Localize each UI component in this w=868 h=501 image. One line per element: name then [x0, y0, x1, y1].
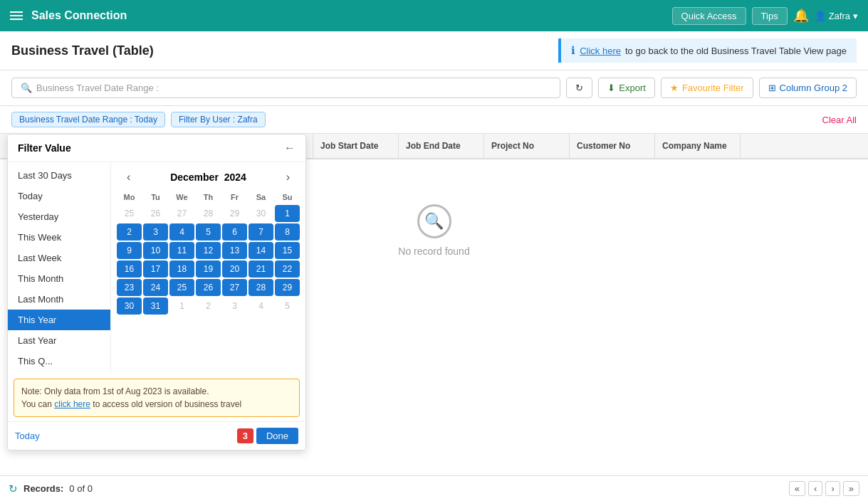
done-button[interactable]: Done [256, 428, 298, 444]
cal-day-5-4[interactable]: 3 [222, 297, 247, 315]
cal-day-0-3[interactable]: 28 [196, 205, 221, 222]
cal-day-5-3[interactable]: 2 [196, 297, 221, 315]
filter-back-button[interactable]: ← [284, 142, 296, 154]
calendar-month-year: December 2024 [170, 172, 246, 183]
last-page-button[interactable]: » [843, 481, 859, 496]
selected-count-badge: 3 [237, 428, 253, 443]
cal-day-3-4[interactable]: 20 [222, 260, 247, 278]
cal-day-1-2[interactable]: 4 [169, 223, 194, 241]
cal-day-4-6[interactable]: 29 [275, 279, 300, 296]
cal-day-1-5[interactable]: 7 [249, 223, 273, 241]
filter-option-last-30-days[interactable]: Last 30 Days [8, 165, 110, 186]
hamburger-menu[interactable] [10, 11, 23, 20]
prev-page-button[interactable]: ‹ [808, 481, 822, 496]
cal-day-1-0[interactable]: 2 [117, 223, 142, 241]
calendar-next-button[interactable]: › [282, 171, 294, 184]
cal-day-5-1[interactable]: 31 [143, 297, 168, 315]
col-job-end-date: Job End Date [399, 134, 484, 158]
cal-day-5-5[interactable]: 4 [249, 297, 273, 315]
calendar-month: December [170, 172, 219, 183]
cal-day-1-1[interactable]: 3 [143, 223, 168, 241]
cal-day-0-5[interactable]: 30 [249, 205, 273, 222]
cal-day-3-6[interactable]: 22 [275, 260, 300, 278]
cal-dow-mo: Mo [117, 191, 142, 204]
filter-chip-user[interactable]: Filter By User : Zafra [171, 112, 266, 127]
cal-day-5-2[interactable]: 1 [169, 297, 194, 315]
search-box[interactable]: 🔍 Business Travel Date Range : [11, 78, 560, 98]
filter-option-last-year[interactable]: Last Year [8, 330, 110, 351]
favourite-filter-button[interactable]: ★ Favourite Filter [661, 78, 753, 98]
cal-day-2-5[interactable]: 14 [249, 242, 273, 259]
clear-all-button[interactable]: Clear All [822, 115, 857, 125]
cal-day-2-3[interactable]: 12 [196, 242, 221, 259]
cal-day-0-4[interactable]: 29 [222, 205, 247, 222]
quick-access-button[interactable]: Quick Access [672, 7, 746, 25]
cal-day-2-6[interactable]: 15 [275, 242, 300, 259]
cal-day-0-1[interactable]: 26 [143, 205, 168, 222]
cal-day-1-3[interactable]: 5 [196, 223, 221, 241]
col-customer-no: Customer No [570, 134, 655, 158]
cal-day-3-2[interactable]: 18 [169, 260, 194, 278]
cal-day-2-0[interactable]: 9 [117, 242, 142, 259]
refresh-icon-bottom[interactable]: ↻ [9, 482, 18, 495]
records-count: 0 of 0 [69, 483, 93, 494]
cal-day-4-3[interactable]: 26 [196, 279, 221, 296]
cal-day-2-2[interactable]: 11 [169, 242, 194, 259]
next-page-button[interactable]: › [825, 481, 840, 496]
today-button[interactable]: Today [15, 431, 40, 441]
refresh-button[interactable]: ↻ [566, 78, 592, 98]
col-job-start-date: Job Start Date [313, 134, 399, 158]
filter-option-last-month[interactable]: Last Month [8, 289, 110, 310]
filter-option-this-month[interactable]: This Month [8, 268, 110, 289]
tips-button[interactable]: Tips [752, 7, 788, 25]
filter-option-this-year[interactable]: This Year [8, 310, 110, 330]
cal-day-4-1[interactable]: 24 [143, 279, 168, 296]
cal-day-3-0[interactable]: 16 [117, 260, 142, 278]
cal-day-0-6[interactable]: 1 [275, 205, 300, 222]
filter-value-title: Filter Value [18, 142, 71, 154]
filter-chip-date[interactable]: Business Travel Date Range : Today [11, 112, 165, 127]
cal-day-5-6[interactable]: 5 [275, 297, 300, 315]
cal-day-3-1[interactable]: 17 [143, 260, 168, 278]
export-icon: ⬇ [607, 83, 615, 93]
notification-icon[interactable]: 🔔 [793, 8, 809, 23]
cal-day-4-4[interactable]: 27 [222, 279, 247, 296]
export-button[interactable]: ⬇ Export [598, 78, 655, 98]
bottom-bar: ↻ Records: 0 of 0 « ‹ › » [0, 475, 868, 501]
cal-day-4-2[interactable]: 25 [169, 279, 194, 296]
footer-right: 3 Done [237, 428, 298, 444]
calendar-prev-button[interactable]: ‹ [122, 171, 135, 184]
cal-day-0-2[interactable]: 27 [169, 205, 194, 222]
cal-dow-th: Th [196, 191, 221, 204]
cal-day-2-1[interactable]: 10 [143, 242, 168, 259]
no-record-text: No record found [398, 246, 469, 257]
col-company-name: Company Name [655, 134, 741, 158]
cal-day-3-5[interactable]: 21 [249, 260, 273, 278]
calendar-panel: ‹ December 2024 › MoTuWeThFrSaSu25262728… [111, 162, 305, 374]
cal-day-3-3[interactable]: 19 [196, 260, 221, 278]
filter-option-yesterday[interactable]: Yesterday [8, 206, 110, 227]
filter-option-this-week[interactable]: This Week [8, 227, 110, 248]
cal-day-0-0[interactable]: 25 [117, 205, 142, 222]
filter-option-today[interactable]: Today [8, 186, 110, 206]
fav-label: Favourite Filter [682, 83, 744, 93]
chevron-down-icon: ▾ [853, 11, 858, 21]
click-here-link[interactable]: Click here [580, 46, 621, 56]
cal-day-1-4[interactable]: 6 [222, 223, 247, 241]
user-icon: 👤 [815, 11, 826, 21]
cal-day-4-0[interactable]: 23 [117, 279, 142, 296]
cal-day-2-4[interactable]: 13 [222, 242, 247, 259]
filter-option-last-week[interactable]: Last Week [8, 248, 110, 268]
cal-dow-we: We [169, 191, 194, 204]
search-icon: 🔍 [21, 83, 32, 93]
user-menu[interactable]: 👤 Zafra ▾ [815, 11, 858, 21]
bottom-right: « ‹ › » [789, 481, 859, 496]
note-link[interactable]: click here [54, 399, 90, 409]
note-suffix: to access old version of business travel [93, 399, 241, 409]
filter-option-this-q...[interactable]: This Q... [8, 351, 110, 371]
cal-day-5-0[interactable]: 30 [117, 297, 142, 315]
first-page-button[interactable]: « [789, 481, 805, 496]
cal-day-1-6[interactable]: 8 [275, 223, 300, 241]
column-group-button[interactable]: ⊞ Column Group 2 [759, 78, 857, 98]
cal-day-4-5[interactable]: 28 [249, 279, 273, 296]
